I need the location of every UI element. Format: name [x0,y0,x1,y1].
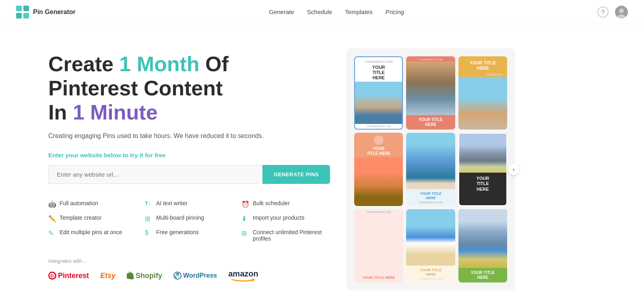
website-label-5: YOURWEBSITE.COM [409,201,452,204]
logo[interactable]: Pin Generator [16,6,76,19]
wordpress-icon [173,272,182,280]
pin-card-5: YOUR TITLEHERE YOURWEBSITE.COM [406,133,455,206]
pin-grid: YOURWEBSITE.COM YOURTITLEHERE YOURWEBSIT… [354,56,507,282]
amazon-arrow-icon [231,278,255,282]
feature-label: Connect unlimited Pinterest profiles [253,229,330,242]
pin-title-3: YOUR TITLEHERE [461,60,505,71]
avatar[interactable] [615,6,628,19]
svg-point-5 [619,8,624,13]
pin-card-3: YOUR TITLEHERE Check it out → [458,56,507,130]
pin-card-9: YOUR TITLEHERE [458,209,507,282]
integrations-label: Integrates with... [48,258,330,264]
headline-part2: Of [200,52,229,76]
feature-edit-multiple: ✎ Edit multiple pins at once [48,229,137,242]
pin-image-2 [406,62,455,115]
main-nav: Generate Schedule Templates Pricing [269,8,404,15]
shopify-icon [127,272,134,280]
features-grid: 🤖 Full automation T↑ AI text writer ⏰ Bu… [48,200,330,242]
feature-label: Multi-board pinning [156,214,204,221]
nav-schedule[interactable]: Schedule [307,8,332,15]
feature-bulk-scheduler: ⏰ Bulk scheduler [242,200,330,208]
pin-card-7: YOURWEBSITE.COM YOUR TITLE HERE [354,209,403,282]
scheduler-icon: ⏰ [242,200,249,208]
pin-card-6: YOURTITLEHERE [458,133,507,206]
headline-part1: Create [48,52,119,76]
feature-label: Full automation [60,200,98,206]
feature-template-creator: ✏️ Template creator [48,214,137,223]
amazon-logo: amazon [228,270,258,282]
feature-multi-board: ⊞ Multi-board pinning [145,214,233,223]
feature-label: Template creator [60,214,101,221]
headline-line2: Pinterest Content [48,76,223,100]
pin-image-6 [459,134,506,173]
nav-generate[interactable]: Generate [269,8,294,15]
pin-card-2: YOURWEBSITE.COM YOUR TITLEHERE [406,56,455,130]
pin-card-1: YOURWEBSITE.COM YOURTITLEHERE YOURWEBSIT… [354,56,403,130]
edit-icon: ✎ [48,229,56,237]
pin-image-5 [406,133,455,189]
free-gen-icon: $ [145,229,152,237]
pin-image-1 [355,82,402,124]
feature-free-gen: $ Free generations [145,229,233,242]
logo-icon [16,6,29,19]
connect-icon: ⊞ [242,229,249,237]
feature-import: ⬇ Import your products [242,214,330,223]
cta-label: Enter your website below to try it for f… [48,152,330,159]
pin-title-4: YOURTITLE HERE [357,146,400,156]
svg-rect-1 [23,6,29,11]
feature-label: Free generations [156,229,199,235]
pin-cta-3: Check it out → [458,72,507,77]
wordpress-logo: WordPress [173,272,217,280]
nav-icons: ? [597,6,628,19]
nav-pricing[interactable]: Pricing [386,8,404,15]
svg-rect-0 [16,6,22,11]
pin-title-9: YOUR TITLEHERE [461,270,505,280]
feature-label: Edit multiple pins at once [60,229,122,235]
pin-circle-4: ○ [374,135,384,145]
url-input-row: GENERATE PINS [48,165,330,184]
help-icon[interactable]: ? [597,6,609,18]
headline-highlight2: 1 Minute [73,101,158,124]
pin-title-1: YOURTITLEHERE [357,65,400,81]
nav-templates[interactable]: Templates [345,8,372,15]
pin-bottom-1: YOURWEBSITE.COM [355,124,402,129]
website-label-7: YOURWEBSITE.COM [354,209,403,214]
pin-card-4: ○ YOURTITLE HERE [354,133,403,206]
hero-subtitle: Creating engaging Pins used to take hour… [48,132,330,140]
svg-rect-2 [16,13,22,19]
etsy-logo: Etsy [100,272,116,280]
pin-title-7: YOUR TITLE HERE [357,276,400,280]
ai-text-icon: T↑ [145,200,152,206]
feature-full-automation: 🤖 Full automation [48,200,137,208]
pin-image-4 [354,157,403,206]
pin-image-8 [406,209,455,266]
headline-part3: In [48,101,73,124]
shopify-logo: Shopify [127,272,162,280]
pin-title-2: YOUR TITLEHERE [409,117,452,127]
gallery-next-button[interactable]: › [508,164,519,175]
integration-logos: Pinterest Etsy Shopify WordPress amazon [48,270,330,282]
feature-connect-profiles: ⊞ Connect unlimited Pinterest profiles [242,229,330,242]
automation-icon: 🤖 [48,200,56,208]
website-label-1: YOURWEBSITE.COM [357,60,400,63]
pinterest-logo: Pinterest [48,272,89,280]
template-icon: ✏️ [48,215,56,223]
svg-rect-3 [23,13,29,19]
pin-title-5: YOUR TITLEHERE [409,192,452,200]
url-input[interactable] [48,165,262,184]
pinterest-icon [48,272,56,280]
multi-board-icon: ⊞ [145,215,152,223]
feature-label: Import your products [253,214,304,221]
pin-title-6: YOURTITLEHERE [462,176,504,192]
headline-highlight1: 1 Month [119,52,199,76]
pin-gallery: YOURWEBSITE.COM YOURTITLEHERE YOURWEBSIT… [346,48,515,291]
generate-button[interactable]: GENERATE PINS [262,165,330,184]
main-headline: Create 1 Month Of Pinterest Content In 1… [48,52,330,124]
feature-label: AI text writer [156,200,188,206]
import-icon: ⬇ [242,215,249,223]
website-label-8: YOURWEBSITE.COM [409,278,452,280]
pin-card-8: YOUR TITLEHERE YOURWEBSITE.COM [406,209,455,282]
pin-image-3 [458,77,507,130]
feature-label: Bulk scheduler [253,200,290,206]
logo-text: Pin Generator [33,8,76,16]
